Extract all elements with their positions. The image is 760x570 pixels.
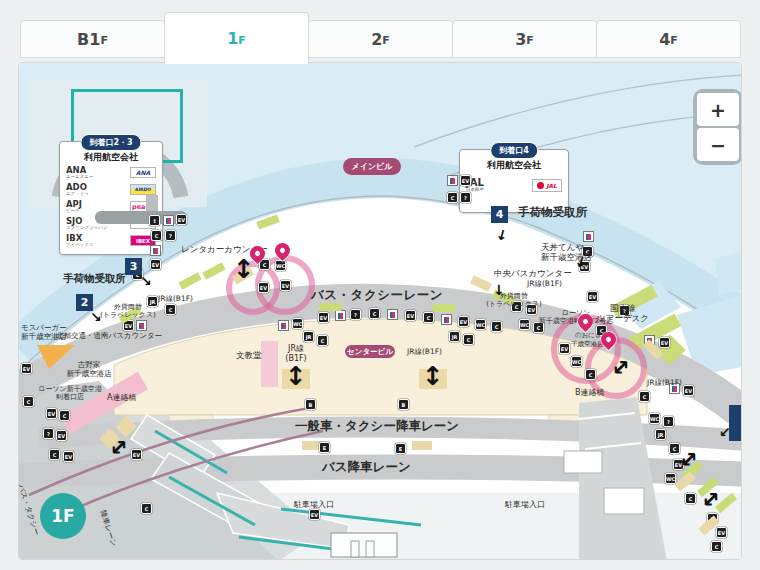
- facility-icon: C: [59, 410, 70, 421]
- tab-2f[interactable]: 2F: [308, 20, 453, 58]
- facility-icon: EV: [280, 280, 291, 291]
- facility-icon: EV: [458, 316, 469, 327]
- airline-row: IBXアイベックス IBEX: [60, 232, 162, 249]
- facility-icon: B: [398, 399, 409, 410]
- facility-icon: WC: [292, 318, 303, 329]
- facility-icon: C: [151, 230, 162, 241]
- facility-icon: C: [165, 304, 176, 315]
- toilet-icon: [278, 320, 289, 331]
- arrival-gate-number-2: 2: [76, 294, 93, 311]
- main-building-pill: メインビル: [343, 158, 401, 175]
- toilet-icon: [583, 231, 594, 242]
- tab-3f[interactable]: 3F: [452, 20, 597, 58]
- tab-label: 3: [515, 30, 526, 49]
- map-label: JR線(B1F): [158, 294, 193, 303]
- map-label: 一般車・タクシー降車レーン: [295, 418, 459, 433]
- facility-icon: EV: [46, 408, 57, 419]
- facility-icon: B: [305, 399, 316, 410]
- facility-icon: WC: [275, 260, 286, 271]
- tab-b1f[interactable]: B1F: [20, 20, 165, 58]
- facility-icon: JR: [449, 331, 460, 342]
- legend-title-badge: 到着口4: [490, 142, 538, 159]
- map-label: 手荷物受取所: [63, 272, 126, 285]
- direction-arrow-icon: ↓: [493, 283, 505, 297]
- current-floor-badge: 1F: [40, 493, 86, 539]
- facility-icon: JR: [303, 331, 314, 342]
- facility-icon: ?: [165, 230, 176, 241]
- airdo-logo: AIRDO: [130, 184, 156, 195]
- zoom-in-button[interactable]: +: [697, 93, 739, 126]
- facility-icon: EV: [587, 291, 598, 302]
- map-label: 吉野家 新千歳空港店: [57, 360, 121, 378]
- map-label: 中央バスカウンター: [494, 268, 572, 278]
- map-label: ローソン新千歳空港 到着口店: [31, 385, 109, 402]
- legend-title-badge: 到着口2・3: [80, 134, 141, 151]
- facility-icon: C: [369, 308, 380, 319]
- escalator-marker: [319, 303, 341, 311]
- map-label: 千歳空港店: [571, 341, 604, 349]
- facility-icon: ?: [460, 192, 471, 203]
- facility-icon: C: [685, 493, 696, 504]
- direction-arrow-icon: ↘: [140, 274, 152, 288]
- map-label: A連絡橋: [107, 393, 136, 403]
- facility-icon: ?: [663, 416, 674, 427]
- map-label: B連絡橋: [575, 388, 605, 398]
- facility-icon: EV: [21, 363, 32, 374]
- map-label: バス・タクシーレーン: [311, 287, 443, 302]
- map-label: 北都交通・道南バスカウンター: [56, 331, 162, 340]
- map-label: 国内線 ツアーデスク: [583, 303, 663, 323]
- facility-icon: E: [395, 443, 406, 454]
- facility-icon: C: [463, 334, 474, 345]
- toilet-icon: [387, 309, 398, 320]
- direction-arrow-icon: ↙: [719, 425, 731, 439]
- facility-icon: C: [447, 192, 458, 203]
- airport-floor-map-page: { "colors":{"accent_teal":"#2cb5ae","nav…: [0, 0, 760, 570]
- tab-4f[interactable]: 4F: [596, 20, 741, 58]
- facility-icon: EV: [318, 312, 329, 323]
- facility-icon: EV: [659, 337, 670, 348]
- toilet-icon: [163, 215, 174, 226]
- legend-subtitle: 利用航空会社: [60, 151, 162, 164]
- facility-icon: EV: [131, 449, 142, 460]
- facility-icon: EV: [63, 451, 74, 462]
- map-label: モスバーガー 新千歳空港店: [21, 323, 67, 341]
- facility-icon: ?: [350, 309, 361, 320]
- toilet-icon: [150, 245, 161, 256]
- facility-icon: EV: [176, 214, 187, 225]
- facility-icon: WC: [571, 356, 582, 367]
- tab-1f[interactable]: 1F: [164, 12, 309, 64]
- arrival-gate-number-3: 3: [125, 258, 142, 275]
- tab-label: 4: [659, 30, 670, 49]
- tab-label: B1: [77, 30, 100, 49]
- map-label: 手荷物受取所: [518, 206, 587, 220]
- facility-icon: ?: [43, 428, 54, 439]
- facility-icon: C: [317, 335, 328, 346]
- map-label: 文教堂: [236, 350, 262, 360]
- facility-icon: EV: [683, 385, 694, 396]
- facility-icon: C: [423, 312, 434, 323]
- arrival-gate-number-4: 4: [491, 206, 508, 223]
- facility-icon: C: [491, 321, 502, 332]
- direction-arrow-icon: ↘: [90, 310, 102, 324]
- map-zoom-control: + −: [693, 89, 742, 165]
- facility-icon: E: [319, 442, 330, 453]
- zoom-out-button[interactable]: −: [697, 128, 739, 161]
- floor-map-panel[interactable]: 到着口2・3 利用航空会社 ANAエーエヌエー ANA ADOエア・ドゥ AIR…: [18, 62, 742, 560]
- map-label: JR線(B1F): [647, 378, 682, 387]
- facility-icon: EV: [559, 343, 570, 354]
- airline-row: JAL日本航空 JAL: [460, 172, 568, 198]
- facility-icon: EV: [150, 259, 161, 270]
- map-label: 駐車場入口: [505, 500, 545, 510]
- map-stage: 到着口2・3 利用航空会社 ANAエーエヌエー ANA ADOエア・ドゥ AIR…: [19, 63, 742, 560]
- facility-icon: C: [141, 503, 152, 514]
- map-label: 駐車場入口: [294, 500, 334, 510]
- facility-icon: EV: [716, 527, 727, 538]
- map-label: JR線(B1F): [527, 279, 562, 288]
- facility-icon: EV: [460, 175, 471, 186]
- tab-label: 2: [371, 30, 382, 49]
- toilet-icon: [447, 175, 458, 186]
- map-label: JR線(B1F): [407, 347, 442, 356]
- map-label: 外貨両替 (トラベレックス): [93, 303, 163, 320]
- center-building-pill: センタービル: [345, 345, 395, 358]
- map-label: バス降車レーン: [322, 459, 411, 474]
